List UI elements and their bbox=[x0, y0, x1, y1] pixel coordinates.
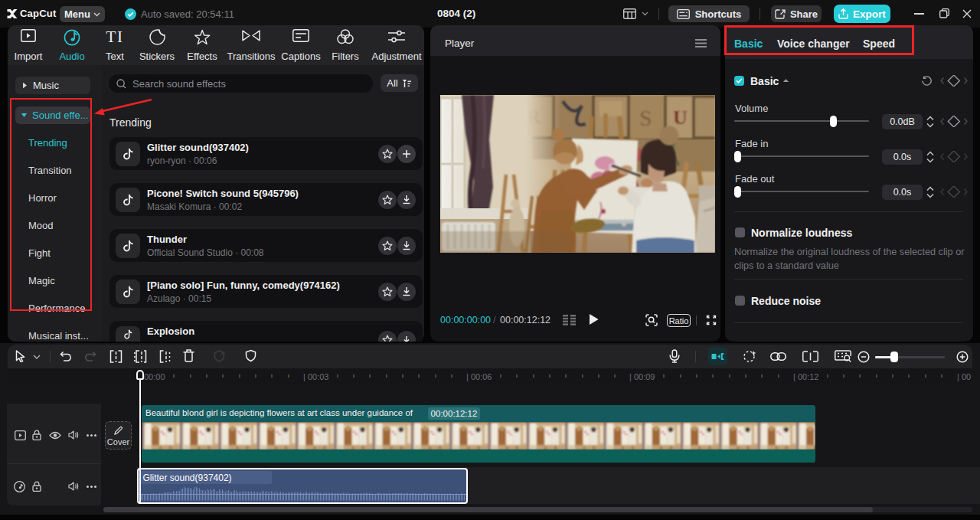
svg-text:AI: AI bbox=[220, 352, 224, 356]
